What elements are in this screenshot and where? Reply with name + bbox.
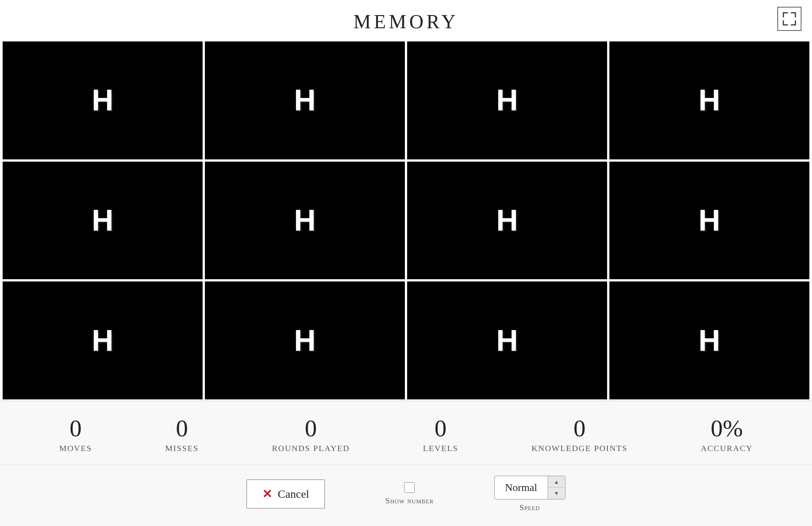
card-cell-6[interactable]: H [204,161,406,281]
grid-area: H H H H H H H H [0,40,812,401]
stat-misses: 0 Misses [165,416,199,453]
card-symbol-11: H [496,323,518,358]
card-symbol-8: H [699,203,720,238]
cancel-label: Cancel [278,488,309,500]
stat-rounds-played: 0 Rounds Played [272,416,350,453]
card-symbol-12: H [699,323,720,358]
chevron-up-icon: ▲ [554,479,559,485]
card-cell-12[interactable]: H [608,280,810,401]
stats-bar: 0 Moves 0 Misses 0 Rounds Played 0 Level… [0,401,812,465]
card-symbol-10: H [294,323,316,358]
card-cell-3[interactable]: H [406,40,608,161]
header: MEMORY [0,0,812,40]
speed-up-button[interactable]: ▲ [548,476,565,488]
card-symbol-6: H [294,203,316,238]
speed-value: Normal [495,479,548,497]
speed-down-button[interactable]: ▼ [548,488,565,499]
stat-levels: 0 Levels [423,416,458,453]
show-number-section: Show number [385,482,434,506]
speed-control-box: Normal ▲ ▼ [494,476,566,500]
stat-accuracy-label: Accuracy [701,443,753,453]
stat-knowledge-points: 0 Knowledge Points [531,416,627,453]
card-cell-9[interactable]: H [2,280,204,401]
card-symbol-9: H [92,323,114,358]
card-cell-5[interactable]: H [2,161,204,281]
speed-label: Speed [519,503,540,512]
cancel-button[interactable]: ✕ Cancel [246,479,325,509]
card-cell-2[interactable]: H [204,40,406,161]
stat-rounds-label: Rounds Played [272,443,350,453]
card-symbol-4: H [699,83,720,118]
card-cell-7[interactable]: H [406,161,608,281]
speed-section: Normal ▲ ▼ Speed [494,476,566,512]
page-container: MEMORY H H H H [0,0,812,526]
card-cell-4[interactable]: H [608,40,810,161]
card-symbol-1: H [92,83,114,118]
expand-button[interactable] [777,7,801,31]
card-symbol-2: H [294,83,316,118]
show-number-checkbox[interactable] [404,482,415,493]
show-number-label: Show number [385,496,434,506]
stat-accuracy: 0% Accuracy [701,416,753,453]
stat-kp-label: Knowledge Points [531,443,627,453]
card-symbol-5: H [92,203,114,238]
stat-misses-value: 0 [176,416,188,440]
controls-bar: ✕ Cancel Show number Normal ▲ ▼ Spe [0,465,812,526]
page-title: MEMORY [353,11,458,33]
stat-kp-value: 0 [574,416,586,440]
card-grid: H H H H H H H H [0,40,812,401]
chevron-down-icon: ▼ [554,490,559,496]
stat-levels-label: Levels [423,443,458,453]
card-symbol-7: H [496,203,518,238]
stat-levels-value: 0 [435,416,447,440]
cancel-icon: ✕ [262,487,272,501]
card-cell-11[interactable]: H [406,280,608,401]
card-cell-10[interactable]: H [204,280,406,401]
card-cell-8[interactable]: H [608,161,810,281]
speed-arrows: ▲ ▼ [548,476,565,499]
stat-accuracy-value: 0% [711,416,743,440]
card-cell-1[interactable]: H [2,40,204,161]
stat-rounds-value: 0 [305,416,317,440]
stat-moves-value: 0 [70,416,82,440]
stat-misses-label: Misses [165,443,199,453]
card-symbol-3: H [496,83,518,118]
stat-moves-label: Moves [59,443,92,453]
stat-moves: 0 Moves [59,416,92,453]
